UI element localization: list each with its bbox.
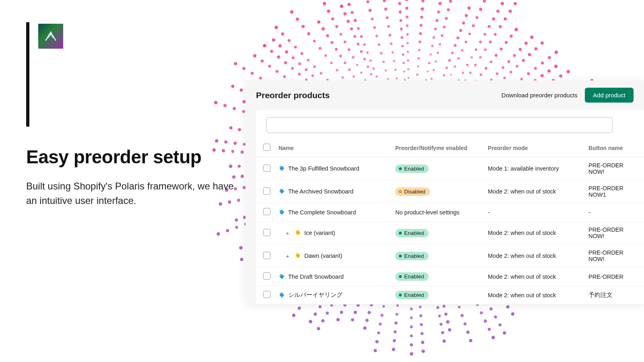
row-checkbox[interactable] [263,208,270,215]
row-checkbox[interactable] [263,252,270,259]
accent-bar [26,22,29,127]
svg-point-1016 [372,68,375,70]
add-product-button[interactable]: Add product [585,88,634,103]
tag-blue-icon [279,209,285,216]
svg-point-1140 [435,60,437,62]
svg-point-1147 [449,0,452,3]
svg-point-647 [217,232,220,236]
svg-point-1329 [567,70,570,74]
column-header-name[interactable]: Name [275,140,391,157]
svg-point-1003 [353,35,356,38]
svg-point-429 [367,311,371,314]
svg-point-982 [352,56,355,59]
row-checkbox[interactable] [263,291,270,298]
svg-point-302 [460,314,464,317]
svg-point-880 [261,60,264,63]
button-name-cell: PRE-ORDER [584,267,644,286]
svg-point-933 [287,39,291,42]
svg-point-323 [448,328,451,331]
table-row[interactable]: シルバーイヤリング EnabledMode 2: when out of sto… [256,286,644,304]
svg-point-999 [367,66,369,68]
svg-point-1214 [479,56,481,58]
svg-point-1142 [439,43,441,45]
table-row[interactable]: + Dawn (variant) EnabledMode 2: when out… [256,245,644,267]
svg-point-287 [491,336,495,339]
column-header-mode[interactable]: Preorder mode [484,140,584,157]
svg-point-945 [336,69,339,72]
svg-point-1017 [369,60,372,62]
svg-point-860 [259,77,262,80]
svg-point-285 [484,319,487,323]
product-name: Dawn (variant) [304,253,342,259]
product-name: The Complete Snowboard [288,209,356,216]
row-checkbox[interactable] [263,187,270,195]
svg-point-964 [348,68,351,71]
svg-point-1129 [438,2,442,5]
table-row[interactable]: The Archived Snowboard DisabledMode 2: w… [256,180,644,203]
svg-point-1311 [554,65,558,68]
preorder-mode-cell: Mode 2: when out of stock [484,267,584,286]
tag-blue-icon [279,274,285,280]
svg-point-1217 [494,33,497,36]
svg-point-1143 [441,34,444,37]
svg-point-485 [317,327,320,330]
table-row[interactable]: The Complete Snowboard No product-level … [256,203,644,222]
svg-point-1146 [447,8,450,11]
svg-point-1005 [347,20,350,23]
svg-point-1020 [360,35,363,38]
svg-point-304 [466,331,469,334]
row-checkbox[interactable] [263,272,270,280]
table-row[interactable]: The Draft Snowboard EnabledMode 2: when … [256,267,644,286]
svg-point-1069 [402,62,405,64]
svg-point-1145 [445,17,448,20]
svg-point-911 [312,74,314,77]
svg-point-1006 [343,12,347,15]
svg-point-357 [421,332,424,335]
svg-point-912 [305,68,308,71]
expand-plus-icon[interactable]: + [286,230,291,237]
svg-point-1270 [510,71,512,74]
svg-point-1289 [527,72,530,75]
status-badge-enabled: Enabled [395,252,429,260]
table-row[interactable]: The 3p Fulfilled Snowboard EnabledMode 1… [256,157,644,180]
table-row[interactable]: + Ice (variant) EnabledMode 2: when out … [256,222,644,245]
svg-point-268 [499,323,502,326]
expand-plus-icon[interactable]: + [286,253,291,259]
svg-point-377 [410,352,413,356]
svg-point-1167 [468,6,471,10]
svg-point-1073 [400,28,403,31]
svg-point-969 [326,34,329,37]
svg-point-1021 [357,27,360,30]
svg-point-913 [298,62,301,65]
svg-point-356 [420,323,423,326]
status-none-text: No product-level settings [395,209,460,216]
svg-point-1275 [541,41,544,45]
status-badge-enabled: Enabled [395,229,429,237]
download-preorder-products-link[interactable]: Download preorder products [502,92,578,99]
column-header-status[interactable]: Preorder/Notifyme enabled [391,140,484,157]
svg-point-483 [326,312,329,315]
svg-point-947 [324,54,327,57]
svg-point-1086 [407,68,410,70]
svg-point-1121 [427,70,429,72]
svg-point-466 [340,311,343,314]
row-checkbox[interactable] [263,229,270,236]
product-name: シルバーイヤリング [288,291,343,299]
search-input[interactable] [266,117,613,133]
svg-point-981 [356,64,358,66]
column-header-button[interactable]: Button name [584,140,644,157]
svg-point-916 [279,44,282,47]
svg-point-1163 [456,37,460,40]
svg-point-393 [394,330,397,333]
svg-point-301 [458,306,461,309]
svg-point-355 [419,314,423,317]
svg-point-1183 [479,8,482,11]
svg-point-931 [300,52,303,55]
row-checkbox[interactable] [263,165,270,172]
svg-point-321 [444,313,448,316]
svg-point-1288 [520,78,523,80]
svg-point-1177 [457,57,460,60]
svg-point-967 [335,48,338,51]
select-all-checkbox[interactable] [263,144,270,151]
svg-point-1184 [483,0,486,3]
